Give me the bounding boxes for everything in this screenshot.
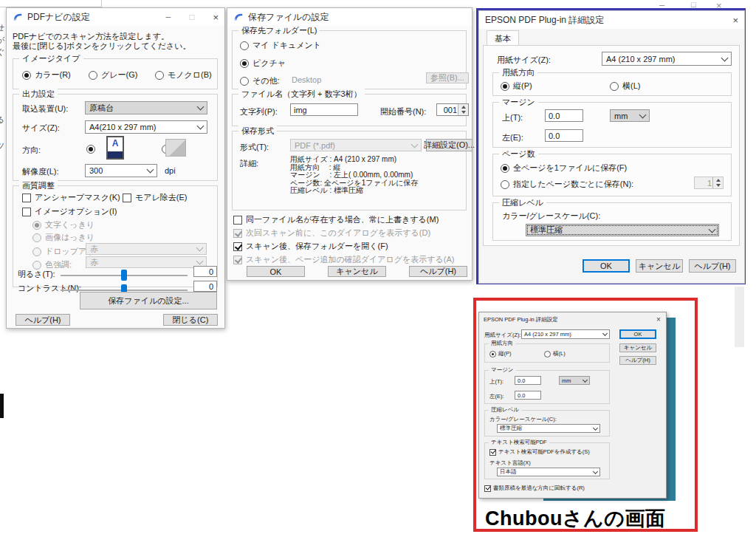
landscape-radio[interactable]: 横(L) <box>544 350 566 357</box>
margin-top-input[interactable]: 0.0 <box>545 109 583 122</box>
orientation-portrait-radio[interactable] <box>86 145 95 154</box>
radio-color-icon[interactable] <box>22 71 31 80</box>
help-button[interactable]: ヘルプ(H) <box>409 266 467 277</box>
paper-size-combo[interactable]: A4 (210 x 297 mm) <box>521 329 610 339</box>
ok-button[interactable]: OK <box>583 259 630 273</box>
unsharp-checkbox-icon[interactable] <box>22 194 31 202</box>
string-input[interactable]: img <box>290 103 358 116</box>
unsharp-checkbox[interactable]: アンシャープマスク(K) <box>22 192 120 203</box>
margin-unit-combo[interactable]: mm <box>559 376 590 385</box>
radio-other-icon[interactable] <box>240 77 249 86</box>
radio-pictures[interactable]: ピクチャ <box>240 58 286 69</box>
moire-checkbox-icon[interactable] <box>123 194 131 202</box>
help-button[interactable]: ヘルプ(H) <box>689 259 736 273</box>
dialog2-titlebar[interactable]: 保存ファイルの設定 <box>227 8 472 26</box>
save-file-settings-button[interactable]: 保存ファイルの設定... <box>80 292 217 309</box>
dialog3-titlebar[interactable]: EPSON PDF Plug-in 詳細設定 × <box>479 11 744 29</box>
folder-legend: 保存先フォルダー(L) <box>238 25 320 36</box>
chevron-down-icon <box>147 166 154 174</box>
overwrite-checkbox-icon[interactable] <box>233 216 242 225</box>
margin-unit-combo[interactable]: mm <box>610 109 650 122</box>
image-option-checkbox[interactable]: イメージオプション(I) <box>22 206 117 217</box>
searchable-checkbox[interactable]: テキスト検索可能PDFを作成する(S) <box>489 448 590 456</box>
radio-my-documents[interactable]: マイ ドキュメント <box>240 40 321 51</box>
brightness-slider-thumb[interactable] <box>121 270 127 281</box>
app-icon <box>13 12 23 22</box>
text-sharp-radio: 文字くっきり <box>32 219 94 230</box>
close-button[interactable]: 閉じる(C) <box>163 314 218 326</box>
close-icon[interactable]: × <box>732 16 738 25</box>
rotate-checkbox-icon[interactable] <box>484 485 491 492</box>
margin-left-input[interactable]: 0.0 <box>515 391 541 400</box>
spinner-down-icon[interactable] <box>458 110 468 116</box>
close-icon[interactable]: × <box>656 315 661 324</box>
close-icon[interactable]: × <box>213 13 219 22</box>
minimize-icon[interactable]: – <box>165 12 171 22</box>
margin-left-input[interactable]: 0.0 <box>545 129 583 142</box>
landscape-icon[interactable] <box>165 139 186 157</box>
overwrite-checkbox[interactable]: 同一ファイル名が存在する場合、常に上書きする(M) <box>233 214 439 225</box>
radio-other[interactable]: その他: <box>240 75 280 86</box>
portrait-radio[interactable]: 縦(P) <box>501 81 532 92</box>
spinner-up-icon[interactable] <box>458 104 468 110</box>
format-legend: 保存形式 <box>238 126 277 137</box>
portrait-radio-icon[interactable] <box>489 351 496 357</box>
all-pages-radio-icon[interactable] <box>501 164 509 173</box>
size-combo[interactable]: A4(210 x 297 mm) <box>85 120 207 134</box>
ok-button[interactable]: OK <box>247 266 305 277</box>
per-pages-radio[interactable]: 指定したページ数ごとに保存(N): <box>501 179 633 190</box>
cancel-button[interactable]: キャンセル <box>619 343 656 352</box>
brightness-slider[interactable] <box>61 275 188 276</box>
radio-gray[interactable]: グレー(G) <box>89 69 137 81</box>
contrast-label: コントラスト(N): <box>18 283 81 294</box>
size-label: サイズ(Z): <box>22 123 60 134</box>
portrait-radio[interactable]: 縦(P) <box>489 350 512 357</box>
dialog1-titlebar[interactable]: PDFナビの設定 – □ × <box>7 8 224 26</box>
landscape-radio[interactable]: 横(L) <box>610 81 640 92</box>
ok-button[interactable]: OK <box>619 329 656 339</box>
radio-color[interactable]: カラー(R) <box>22 69 71 81</box>
tab-basic[interactable]: 基本 <box>487 30 519 46</box>
chevron-down-icon <box>197 123 205 130</box>
open-folder-checkbox-icon[interactable] <box>233 242 242 251</box>
portrait-radio-icon[interactable] <box>501 82 509 91</box>
all-pages-radio[interactable]: 全ページを1ファイルに保存(F) <box>501 162 627 174</box>
contrast-value[interactable]: 0 <box>193 281 217 292</box>
moire-checkbox[interactable]: モアレ除去(E) <box>123 192 187 203</box>
rotate-checkbox[interactable]: 書類原稿を最適な方向に回転する(R) <box>484 485 585 492</box>
start-number-spinner[interactable]: 001 <box>436 103 469 116</box>
radio-my-documents-icon[interactable] <box>240 41 249 50</box>
margin-top-input[interactable]: 0.0 <box>515 376 541 385</box>
cancel-button[interactable]: キャンセル <box>636 259 683 273</box>
radio-mono[interactable]: モノクロ(B) <box>155 69 212 81</box>
paper-size-combo[interactable]: A4 (210 x 297 mm) <box>602 52 732 66</box>
radio-gray-icon[interactable] <box>89 71 97 80</box>
spinner-down-icon <box>713 183 723 189</box>
detail-settings-button[interactable]: 詳細設定(O)... <box>426 139 472 151</box>
help-button[interactable]: ヘルプ(H) <box>619 356 656 365</box>
compression-combo[interactable]: 標準圧縮 <box>497 424 600 433</box>
radio-mono-icon[interactable] <box>155 71 164 80</box>
image-option-checkbox-icon[interactable] <box>22 208 31 216</box>
contrast-slider[interactable] <box>61 290 188 291</box>
cancel-button[interactable]: キャンセル <box>328 266 386 277</box>
confirm-add-checkbox: スキャン後、ページ追加の確認ダイアログを表示する(A) <box>233 254 455 265</box>
background-window-strip <box>0 0 102 7</box>
text-language-combo[interactable]: 日本語 <box>497 468 600 476</box>
help-button[interactable]: ヘルプ(H) <box>16 314 70 326</box>
portrait-icon[interactable]: A <box>106 136 124 160</box>
open-folder-checkbox[interactable]: スキャン後、保存フォルダーを開く(F) <box>233 241 388 252</box>
folder-group: 保存先フォルダー(L) マイ ドキュメント ピクチャ その他: Desktop … <box>232 30 467 89</box>
landscape-radio-icon[interactable] <box>610 82 619 91</box>
landscape-radio-icon[interactable] <box>544 351 551 357</box>
device-combo[interactable]: 原稿台 <box>85 101 207 114</box>
radio-pictures-icon[interactable] <box>240 59 249 68</box>
compression-combo[interactable]: 標準圧縮 <box>526 224 719 236</box>
searchable-checkbox-icon[interactable] <box>489 449 496 456</box>
brightness-value[interactable]: 0 <box>193 266 217 277</box>
start-number-label: 開始番号(N): <box>380 106 426 117</box>
quality-group: 画質調整 アンシャープマスク(K) モアレ除去(E) イメージオプション(I) … <box>13 185 218 287</box>
resolution-combo[interactable]: 300 <box>85 164 157 177</box>
chevron-down-icon <box>602 331 608 336</box>
per-pages-radio-icon[interactable] <box>501 180 509 189</box>
